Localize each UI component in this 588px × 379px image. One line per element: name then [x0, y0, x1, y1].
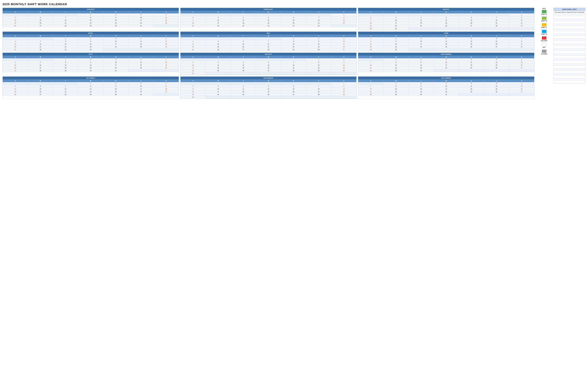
calendar-day: 18 — [231, 22, 256, 25]
calendar-january: JANUARYSMTWRFS12345678910111213141516171… — [2, 8, 179, 30]
calendar-day: 28 — [256, 48, 281, 51]
calendar-day: 23 — [358, 25, 383, 27]
calendar-day: 11 — [128, 61, 153, 64]
calendar-day: 29 — [53, 48, 78, 51]
calendar-table-july: SMTWRFS123456789101112131415161718192021… — [3, 56, 179, 72]
calendar-day: 30 — [358, 27, 383, 30]
calendar-day: 12 — [434, 19, 459, 22]
calendar-day: 19 — [484, 88, 509, 91]
calendar-day: 24 — [408, 46, 434, 48]
calendar-day — [206, 96, 231, 99]
calendar-day: 7 — [281, 61, 306, 64]
calendar-day — [509, 27, 534, 30]
calendar-day: 1 — [53, 58, 78, 61]
calendar-day: 15 — [331, 19, 356, 22]
calendar-day: 13 — [28, 88, 53, 91]
calendar-day: 21 — [306, 91, 331, 93]
calendar-day: 23 — [408, 91, 434, 93]
calendar-day: 29 — [358, 48, 383, 51]
calendar-day: 13 — [281, 19, 306, 22]
calendar-day — [206, 82, 231, 85]
day-header: W — [78, 35, 103, 37]
calendar-day: 19 — [434, 22, 459, 25]
calendar-day: 27 — [484, 46, 509, 48]
calendar-day: 17 — [331, 43, 356, 46]
calendar-day: 22 — [281, 46, 306, 48]
day-header: S — [358, 56, 383, 58]
day-header: W — [434, 11, 459, 14]
calendar-day: 16 — [78, 43, 103, 46]
calendar-day — [408, 48, 434, 51]
calendar-day — [408, 14, 434, 16]
side-panels: KEY SHIFT ASHIFT BSHIFT CSHIFT DHOLIDAYO… — [537, 8, 586, 99]
calendar-day: 2 — [78, 58, 103, 61]
key-color-box — [542, 16, 547, 20]
day-header: W — [434, 80, 459, 82]
calendar-day: 26 — [434, 25, 459, 27]
calendar-september: SEPTEMBERSMTWRFS123456789101112131415161… — [358, 53, 534, 75]
day-header: M — [383, 80, 408, 82]
calendar-day: 27 — [28, 25, 53, 27]
additional-info-section: ADDITIONAL INFO One week notice is requi… — [554, 8, 586, 99]
calendar-day: 9 — [408, 85, 434, 88]
day-header: R — [459, 80, 484, 82]
additional-info-row — [554, 68, 585, 71]
calendar-june: JUNESMTWRFS12345678910111213141516171819… — [358, 32, 534, 51]
calendar-day: 1 — [78, 14, 103, 16]
calendar-day — [180, 58, 205, 61]
key-label: HOLIDAY — [541, 40, 547, 42]
calendar-day: 13 — [3, 64, 28, 67]
calendar-day: 26 — [153, 46, 179, 48]
calendar-day — [256, 58, 281, 61]
day-header: T — [231, 35, 256, 37]
calendar-day: 2 — [383, 37, 408, 40]
day-header: F — [484, 11, 509, 14]
calendar-day: 5 — [484, 58, 509, 61]
additional-info-row — [554, 41, 585, 44]
calendar-day: 23 — [306, 46, 331, 48]
calendar-day: 7 — [484, 16, 509, 19]
day-header: F — [128, 56, 153, 58]
calendar-day: 9 — [103, 85, 128, 88]
calendar-day: 22 — [331, 22, 356, 25]
additional-info-row — [554, 56, 585, 58]
calendar-day: 15 — [383, 64, 408, 67]
calendar-day: 5 — [434, 16, 459, 19]
calendar-day: 4 — [128, 37, 153, 40]
calendar-day: 4 — [153, 82, 179, 85]
calendar-day: 19 — [256, 22, 281, 25]
calendar-day: 15 — [281, 43, 306, 46]
calendar-table-june: SMTWRFS123456789101112131415161718192021… — [358, 35, 534, 51]
calendar-day: 15 — [358, 43, 383, 46]
calendar-table-march: SMTWRFS123456789101112131415161718192021… — [358, 11, 534, 30]
calendar-day: 25 — [459, 67, 484, 69]
calendar-day — [3, 58, 28, 61]
calendar-day: 9 — [408, 61, 434, 64]
calendar-day: 24 — [103, 46, 128, 48]
calendar-day: 11 — [206, 64, 231, 67]
calendar-day: 30 — [408, 93, 434, 96]
calendar-table-may: SMTWRFS123456789101112131415161718192021… — [180, 35, 357, 51]
additional-info-row — [554, 46, 585, 48]
calendar-day — [434, 27, 459, 30]
day-header: S — [180, 80, 205, 82]
calendar-day: 28 — [509, 46, 534, 48]
calendar-day: 4 — [408, 16, 434, 19]
day-header: R — [281, 11, 306, 14]
calendar-header-september: SEPTEMBER — [358, 53, 534, 56]
calendar-day: 13 — [231, 43, 256, 46]
calendar-table-april: SMTWRFS123456789101112131415161718192021… — [3, 35, 179, 51]
day-header: T — [53, 11, 78, 14]
calendar-day: 11 — [459, 61, 484, 64]
calendar-day: 7 — [306, 16, 331, 19]
calendar-day: 29 — [78, 25, 103, 27]
additional-info-row — [554, 66, 585, 68]
day-header: S — [153, 80, 179, 82]
calendar-day: 4 — [434, 37, 459, 40]
calendar-day: 8 — [78, 85, 103, 88]
day-header: M — [206, 80, 231, 82]
calendar-day: 6 — [281, 85, 306, 88]
calendar-march: MARCHSMTWRFS1234567891011121314151617181… — [358, 8, 534, 30]
calendar-day: 16 — [408, 88, 434, 91]
day-header: R — [459, 11, 484, 14]
